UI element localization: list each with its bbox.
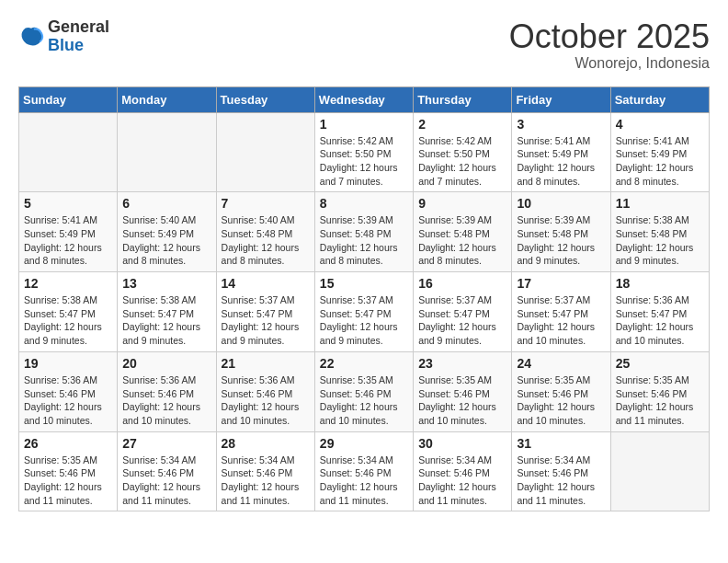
- day-info: Sunrise: 5:38 AMSunset: 5:47 PMDaylight:…: [122, 293, 210, 348]
- day-info: Sunrise: 5:35 AMSunset: 5:46 PMDaylight:…: [418, 373, 506, 428]
- week-row-4: 19Sunrise: 5:36 AMSunset: 5:46 PMDayligh…: [19, 351, 710, 431]
- day-cell: 20Sunrise: 5:36 AMSunset: 5:46 PMDayligh…: [118, 351, 216, 431]
- day-info: Sunrise: 5:37 AMSunset: 5:47 PMDaylight:…: [222, 293, 310, 348]
- day-info: Sunrise: 5:36 AMSunset: 5:46 PMDaylight:…: [122, 373, 210, 428]
- weekday-header-tuesday: Tuesday: [216, 86, 314, 112]
- calendar-body: 1Sunrise: 5:42 AMSunset: 5:50 PMDaylight…: [19, 112, 710, 511]
- day-number: 14: [222, 276, 310, 291]
- day-info: Sunrise: 5:39 AMSunset: 5:48 PMDaylight:…: [517, 213, 605, 268]
- day-info: Sunrise: 5:41 AMSunset: 5:49 PMDaylight:…: [517, 134, 605, 189]
- day-number: 22: [320, 356, 408, 371]
- day-cell: 31Sunrise: 5:34 AMSunset: 5:46 PMDayligh…: [512, 431, 610, 511]
- day-cell: 9Sunrise: 5:39 AMSunset: 5:48 PMDaylight…: [414, 192, 512, 272]
- day-number: 13: [122, 276, 210, 291]
- day-info: Sunrise: 5:34 AMSunset: 5:46 PMDaylight:…: [418, 454, 506, 508]
- day-number: 4: [616, 117, 704, 132]
- day-info: Sunrise: 5:34 AMSunset: 5:46 PMDaylight:…: [517, 454, 605, 508]
- day-cell: 10Sunrise: 5:39 AMSunset: 5:48 PMDayligh…: [512, 192, 610, 272]
- week-row-1: 1Sunrise: 5:42 AMSunset: 5:50 PMDaylight…: [19, 112, 710, 192]
- day-number: 23: [418, 356, 506, 371]
- day-number: 9: [418, 196, 506, 211]
- day-number: 8: [320, 196, 408, 211]
- day-cell: 16Sunrise: 5:37 AMSunset: 5:47 PMDayligh…: [414, 272, 512, 352]
- day-info: Sunrise: 5:37 AMSunset: 5:47 PMDaylight:…: [418, 293, 506, 348]
- day-info: Sunrise: 5:35 AMSunset: 5:46 PMDaylight:…: [320, 373, 408, 428]
- day-cell: 8Sunrise: 5:39 AMSunset: 5:48 PMDaylight…: [314, 192, 413, 272]
- day-number: 28: [222, 436, 310, 451]
- day-cell: 11Sunrise: 5:38 AMSunset: 5:48 PMDayligh…: [610, 192, 709, 272]
- day-cell: [118, 112, 216, 192]
- weekday-header-saturday: Saturday: [610, 86, 709, 112]
- day-cell: 29Sunrise: 5:34 AMSunset: 5:46 PMDayligh…: [314, 431, 413, 511]
- day-cell: 17Sunrise: 5:37 AMSunset: 5:47 PMDayligh…: [512, 272, 610, 352]
- day-number: 3: [517, 117, 605, 132]
- day-info: Sunrise: 5:35 AMSunset: 5:46 PMDaylight:…: [517, 373, 605, 428]
- day-info: Sunrise: 5:42 AMSunset: 5:50 PMDaylight:…: [418, 134, 506, 189]
- day-number: 24: [517, 356, 605, 371]
- day-number: 17: [517, 276, 605, 291]
- title-block: October 2025 Wonorejo, Indonesia: [509, 18, 710, 72]
- day-number: 25: [616, 356, 704, 371]
- day-info: Sunrise: 5:38 AMSunset: 5:48 PMDaylight:…: [616, 213, 704, 268]
- day-info: Sunrise: 5:36 AMSunset: 5:46 PMDaylight:…: [222, 373, 310, 428]
- day-cell: [19, 112, 118, 192]
- day-info: Sunrise: 5:34 AMSunset: 5:46 PMDaylight:…: [320, 454, 408, 508]
- day-cell: 30Sunrise: 5:34 AMSunset: 5:46 PMDayligh…: [414, 431, 512, 511]
- day-info: Sunrise: 5:37 AMSunset: 5:47 PMDaylight:…: [320, 293, 408, 348]
- location-subtitle: Wonorejo, Indonesia: [509, 55, 710, 72]
- day-cell: [216, 112, 314, 192]
- day-cell: 15Sunrise: 5:37 AMSunset: 5:47 PMDayligh…: [314, 272, 413, 352]
- day-number: 29: [320, 436, 408, 451]
- header: General Blue October 2025 Wonorejo, Indo…: [18, 18, 710, 72]
- week-row-3: 12Sunrise: 5:38 AMSunset: 5:47 PMDayligh…: [19, 272, 710, 352]
- day-info: Sunrise: 5:35 AMSunset: 5:46 PMDaylight:…: [616, 373, 704, 428]
- day-number: 6: [122, 196, 210, 211]
- day-cell: 25Sunrise: 5:35 AMSunset: 5:46 PMDayligh…: [610, 351, 709, 431]
- day-info: Sunrise: 5:41 AMSunset: 5:49 PMDaylight:…: [616, 134, 704, 189]
- day-number: 31: [517, 436, 605, 451]
- day-cell: 1Sunrise: 5:42 AMSunset: 5:50 PMDaylight…: [314, 112, 413, 192]
- day-number: 18: [616, 276, 704, 291]
- day-number: 12: [24, 276, 112, 291]
- day-info: Sunrise: 5:42 AMSunset: 5:50 PMDaylight:…: [320, 134, 408, 189]
- day-cell: 13Sunrise: 5:38 AMSunset: 5:47 PMDayligh…: [118, 272, 216, 352]
- day-cell: 23Sunrise: 5:35 AMSunset: 5:46 PMDayligh…: [414, 351, 512, 431]
- day-cell: 21Sunrise: 5:36 AMSunset: 5:46 PMDayligh…: [216, 351, 314, 431]
- weekday-header-monday: Monday: [118, 86, 216, 112]
- day-number: 11: [616, 196, 704, 211]
- day-info: Sunrise: 5:39 AMSunset: 5:48 PMDaylight:…: [320, 213, 408, 268]
- week-row-5: 26Sunrise: 5:35 AMSunset: 5:46 PMDayligh…: [19, 431, 710, 511]
- day-number: 21: [222, 356, 310, 371]
- weekday-header-friday: Friday: [512, 86, 610, 112]
- day-number: 5: [24, 196, 112, 211]
- day-info: Sunrise: 5:35 AMSunset: 5:46 PMDaylight:…: [24, 454, 112, 508]
- day-info: Sunrise: 5:38 AMSunset: 5:47 PMDaylight:…: [24, 293, 112, 348]
- day-cell: 6Sunrise: 5:40 AMSunset: 5:49 PMDaylight…: [118, 192, 216, 272]
- logo-icon: [18, 24, 44, 50]
- weekday-header-thursday: Thursday: [414, 86, 512, 112]
- weekday-header-sunday: Sunday: [19, 86, 118, 112]
- day-number: 26: [24, 436, 112, 451]
- day-cell: 27Sunrise: 5:34 AMSunset: 5:46 PMDayligh…: [118, 431, 216, 511]
- calendar-table: SundayMondayTuesdayWednesdayThursdayFrid…: [18, 86, 710, 512]
- day-cell: 5Sunrise: 5:41 AMSunset: 5:49 PMDaylight…: [19, 192, 118, 272]
- logo-blue-text: Blue: [48, 36, 84, 54]
- day-cell: 24Sunrise: 5:35 AMSunset: 5:46 PMDayligh…: [512, 351, 610, 431]
- day-info: Sunrise: 5:37 AMSunset: 5:47 PMDaylight:…: [517, 293, 605, 348]
- day-number: 7: [222, 196, 310, 211]
- day-cell: 22Sunrise: 5:35 AMSunset: 5:46 PMDayligh…: [314, 351, 413, 431]
- weekday-header-row: SundayMondayTuesdayWednesdayThursdayFrid…: [19, 86, 710, 112]
- day-info: Sunrise: 5:36 AMSunset: 5:46 PMDaylight:…: [24, 373, 112, 428]
- day-cell: 14Sunrise: 5:37 AMSunset: 5:47 PMDayligh…: [216, 272, 314, 352]
- day-cell: 12Sunrise: 5:38 AMSunset: 5:47 PMDayligh…: [19, 272, 118, 352]
- day-number: 10: [517, 196, 605, 211]
- day-cell: 28Sunrise: 5:34 AMSunset: 5:46 PMDayligh…: [216, 431, 314, 511]
- day-cell: 18Sunrise: 5:36 AMSunset: 5:47 PMDayligh…: [610, 272, 709, 352]
- month-title: October 2025: [509, 18, 710, 55]
- logo: General Blue: [18, 18, 109, 55]
- day-cell: [610, 431, 709, 511]
- day-cell: 19Sunrise: 5:36 AMSunset: 5:46 PMDayligh…: [19, 351, 118, 431]
- day-number: 15: [320, 276, 408, 291]
- day-info: Sunrise: 5:41 AMSunset: 5:49 PMDaylight:…: [24, 213, 112, 268]
- day-cell: 3Sunrise: 5:41 AMSunset: 5:49 PMDaylight…: [512, 112, 610, 192]
